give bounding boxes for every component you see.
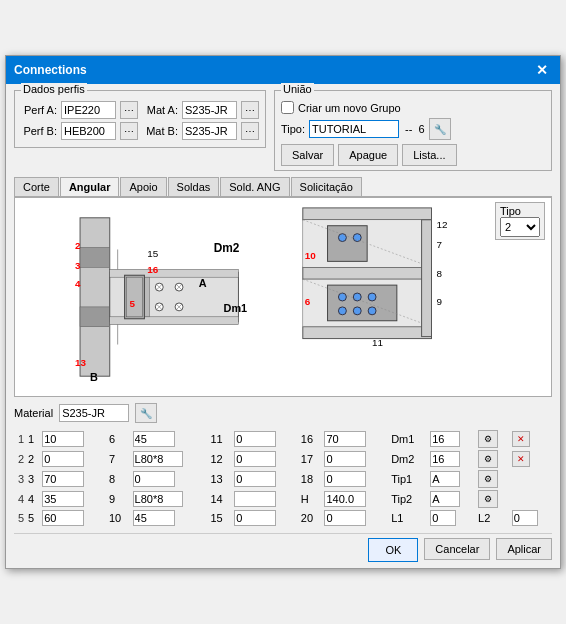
perf-b-input[interactable] — [61, 122, 116, 140]
label-11: 11 — [210, 433, 222, 445]
data-table: 1 1 6 11 16 Dm1 ⚙ ✕ 2 2 — [14, 429, 552, 527]
material-label: Material — [14, 407, 53, 419]
perf-b-button[interactable]: ⋯ — [120, 122, 138, 140]
svg-rect-2 — [80, 307, 110, 327]
field-20[interactable] — [324, 510, 366, 526]
tipo-label: Tipo: — [281, 123, 305, 135]
svg-rect-49 — [422, 220, 432, 337]
lista-button[interactable]: Lista... — [402, 144, 456, 166]
field-h[interactable] — [324, 491, 366, 507]
apply-button[interactable]: Aplicar — [496, 538, 552, 560]
field-6[interactable] — [133, 431, 175, 447]
svg-text:15: 15 — [147, 248, 158, 259]
field-3[interactable] — [42, 471, 84, 487]
svg-point-43 — [368, 293, 376, 301]
mat-a-button[interactable]: ⋯ — [241, 101, 259, 119]
dados-perfis-group: Dados perfis Perf A: ⋯ Mat A: ⋯ Perf B: … — [14, 90, 266, 148]
salvar-button[interactable]: Salvar — [281, 144, 334, 166]
svg-text:A: A — [199, 277, 207, 289]
field-10[interactable] — [133, 510, 175, 526]
tipo-side-box: Tipo 2 1 3 — [495, 202, 545, 240]
svg-text:7: 7 — [436, 239, 441, 250]
criar-grupo-checkbox[interactable] — [281, 101, 294, 114]
diagram-area: Tipo 2 1 3 — [14, 197, 552, 397]
field-7[interactable] — [133, 451, 183, 467]
dados-perfis-title: Dados perfis — [21, 83, 87, 95]
tipo-input[interactable] — [309, 120, 399, 138]
svg-rect-38 — [328, 285, 397, 321]
label-6: 6 — [109, 433, 115, 445]
field-15[interactable] — [234, 510, 276, 526]
field-16[interactable] — [324, 431, 366, 447]
tip1-icon-btn[interactable]: ⚙ — [478, 470, 498, 488]
field-l1[interactable] — [430, 510, 456, 526]
field-2[interactable] — [42, 451, 84, 467]
field-8[interactable] — [133, 471, 175, 487]
dash-label: -- — [405, 123, 412, 135]
tab-bar: Corte Angular Apoio Soldas Sold. ANG Sol… — [14, 177, 552, 197]
mat-b-button[interactable]: ⋯ — [241, 122, 259, 140]
perf-a-button[interactable]: ⋯ — [120, 101, 138, 119]
field-11[interactable] — [234, 431, 276, 447]
svg-point-44 — [338, 307, 346, 315]
field-tip2[interactable] — [430, 491, 460, 507]
field-18[interactable] — [324, 471, 366, 487]
tab-sold-ang[interactable]: Sold. ANG — [220, 177, 289, 196]
tipo-side-select[interactable]: 2 1 3 — [500, 217, 540, 237]
window-title: Connections — [14, 63, 87, 77]
material-input[interactable] — [59, 404, 129, 422]
perf-a-input[interactable] — [61, 101, 116, 119]
field-12[interactable] — [234, 451, 276, 467]
svg-point-45 — [353, 307, 361, 315]
field-17[interactable] — [324, 451, 366, 467]
cancel-button[interactable]: Cancelar — [424, 538, 490, 560]
table-row: 2 2 7 12 17 Dm2 ⚙ ✕ — [14, 449, 552, 469]
svg-rect-32 — [303, 208, 432, 220]
field-13[interactable] — [234, 471, 276, 487]
material-button[interactable]: 🔧 — [135, 403, 157, 423]
field-l2[interactable] — [512, 510, 538, 526]
svg-text:9: 9 — [436, 296, 442, 307]
field-14[interactable] — [234, 491, 276, 507]
criar-grupo-label: Criar um novo Grupo — [298, 102, 401, 114]
svg-text:16: 16 — [147, 264, 158, 275]
svg-text:12: 12 — [436, 219, 447, 230]
tip2-icon-btn[interactable]: ⚙ — [478, 490, 498, 508]
tab-apoio[interactable]: Apoio — [120, 177, 166, 196]
svg-text:Dm2: Dm2 — [214, 241, 240, 255]
tab-solicitacao[interactable]: Solicitação — [291, 177, 362, 196]
label-1: 1 — [28, 433, 34, 445]
svg-text:B: B — [90, 371, 98, 383]
ok-button[interactable]: OK — [368, 538, 418, 562]
svg-text:8: 8 — [436, 268, 442, 279]
field-tip1[interactable] — [430, 471, 460, 487]
svg-point-40 — [353, 234, 361, 242]
dm1-icon-btn[interactable]: ⚙ — [478, 430, 498, 448]
mat-a-input[interactable] — [182, 101, 237, 119]
table-row: 5 5 10 15 20 L1 L2 — [14, 509, 552, 527]
perf-b-label: Perf B: — [21, 125, 57, 137]
dm2-x-btn[interactable]: ✕ — [512, 451, 530, 467]
field-dm1[interactable] — [430, 431, 460, 447]
table-row: 3 3 8 13 18 Tip1 ⚙ — [14, 469, 552, 489]
tab-soldas[interactable]: Soldas — [168, 177, 220, 196]
uniao-title: União — [281, 83, 314, 95]
field-4[interactable] — [42, 491, 84, 507]
svg-rect-34 — [303, 327, 432, 339]
tab-angular[interactable]: Angular — [60, 177, 120, 196]
field-5[interactable] — [42, 510, 84, 526]
close-button[interactable]: ✕ — [532, 60, 552, 80]
mat-b-input[interactable] — [182, 122, 237, 140]
perf-a-label: Perf A: — [21, 104, 57, 116]
dm2-icon-btn[interactable]: ⚙ — [478, 450, 498, 468]
field-9[interactable] — [133, 491, 183, 507]
apague-button[interactable]: Apague — [338, 144, 398, 166]
dm1-x-btn[interactable]: ✕ — [512, 431, 530, 447]
field-dm2[interactable] — [430, 451, 460, 467]
label-16: 16 — [301, 433, 313, 445]
svg-rect-0 — [80, 218, 110, 376]
field-1[interactable] — [42, 431, 84, 447]
svg-point-42 — [353, 293, 361, 301]
tab-corte[interactable]: Corte — [14, 177, 59, 196]
tipo-icon-btn[interactable]: 🔧 — [429, 118, 451, 140]
